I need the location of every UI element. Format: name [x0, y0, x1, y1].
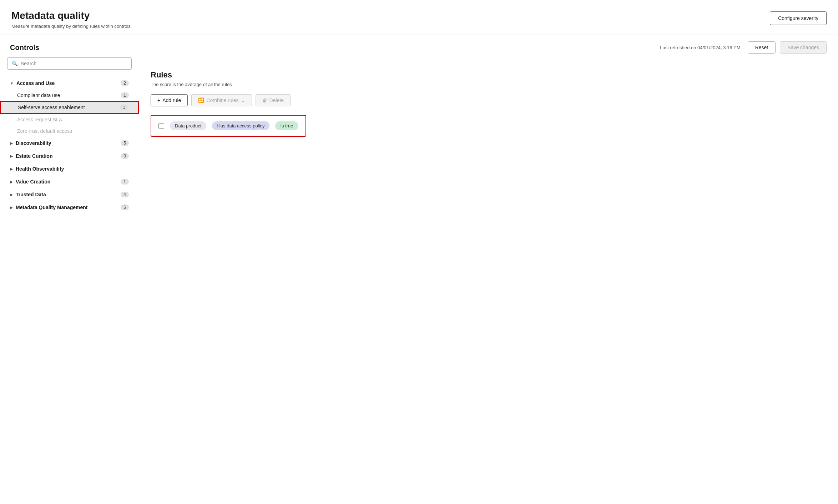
badge-self-serve: 1 [120, 105, 128, 110]
page-title: Metadata quality [11, 10, 131, 21]
badge-access-and-use: 2 [121, 80, 129, 86]
configure-severity-button[interactable]: Configure severity [770, 11, 827, 25]
sidebar-item-self-serve-access[interactable]: Self-serve access enablement 1 [0, 101, 139, 114]
badge-discoverability: 5 [121, 140, 129, 146]
group-label-value-creation: Value Creation [16, 179, 50, 185]
page-header: Metadata quality Measure metadata qualit… [0, 0, 838, 35]
group-label-metadata-quality-mgmt: Metadata Quality Management [16, 205, 88, 210]
badge-metadata-quality-mgmt: 5 [121, 205, 129, 210]
search-icon: 🔍 [12, 61, 18, 66]
badge-compliant-data-use: 1 [121, 92, 129, 98]
chevron-down-icon: ▼ [10, 81, 14, 85]
save-changes-button[interactable]: Save changes [780, 41, 827, 54]
chevron-right-icon-6: ▶ [10, 206, 13, 210]
search-box[interactable]: 🔍 [7, 57, 132, 70]
rules-section: Rules The score is the average of all th… [139, 60, 838, 147]
add-rule-button[interactable]: + Add rule [151, 94, 188, 106]
chevron-down-combine-icon: ⌄ [241, 97, 245, 103]
badge-trusted-data: 4 [121, 192, 129, 197]
main-layout: Controls 🔍 ▼ Access and Use 2 Com [0, 35, 838, 504]
sidebar-heading: Controls [0, 44, 139, 57]
rules-subtitle: The score is the average of all the rule… [151, 82, 827, 87]
rule-row: Data product Has data access policy Is t… [151, 115, 306, 137]
rule-checkbox[interactable] [158, 123, 164, 129]
group-label-access-and-use: Access and Use [16, 80, 55, 86]
badge-value-creation: 1 [121, 179, 129, 185]
search-input[interactable] [21, 61, 127, 66]
reset-button[interactable]: Reset [748, 41, 776, 54]
chevron-right-icon-3: ▶ [10, 167, 13, 171]
sidebar-group-health-observability[interactable]: ▶ Health Observability [0, 162, 139, 175]
sidebar-item-access-request-sla[interactable]: Access request SLA [0, 114, 139, 125]
sidebar-group-metadata-quality-mgmt[interactable]: ▶ Metadata Quality Management 5 [0, 201, 139, 214]
group-label-estate-curation: Estate Curation [16, 153, 52, 159]
sidebar-group-estate-curation[interactable]: ▶ Estate Curation 3 [0, 150, 139, 162]
page-wrapper: Metadata quality Measure metadata qualit… [0, 0, 838, 504]
sidebar-section: ▼ Access and Use 2 Compliant data use 1 … [0, 77, 139, 214]
sidebar-item-compliant-data-use[interactable]: Compliant data use 1 [0, 90, 139, 101]
content-toolbar: Last refreshed on 04/01/2024, 3:16 PM Re… [139, 35, 838, 60]
sidebar-group-discoverability[interactable]: ▶ Discoverability 5 [0, 137, 139, 150]
rules-title: Rules [151, 70, 827, 80]
combine-icon: 🔁 [198, 97, 204, 103]
rule-value-tag: Is true [275, 121, 298, 130]
rules-actions: + Add rule 🔁 Combine rules ⌄ 🗑 Delete [151, 94, 827, 106]
group-label-trusted-data: Trusted Data [16, 192, 46, 197]
trash-icon: 🗑 [262, 97, 267, 103]
rule-attribute-tag: Has data access policy [212, 121, 269, 130]
group-label-health-observability: Health Observability [16, 166, 64, 172]
sidebar-item-zero-trust[interactable]: Zero-trust default access [0, 125, 139, 137]
content-area: Last refreshed on 04/01/2024, 3:16 PM Re… [139, 35, 838, 504]
sidebar-group-value-creation[interactable]: ▶ Value Creation 1 [0, 175, 139, 188]
sidebar-group-access-and-use[interactable]: ▼ Access and Use 2 [0, 77, 139, 90]
combine-rules-button[interactable]: 🔁 Combine rules ⌄ [191, 94, 252, 106]
rule-entity-tag: Data product [170, 121, 206, 130]
sidebar: Controls 🔍 ▼ Access and Use 2 Com [0, 35, 139, 504]
plus-icon: + [157, 97, 160, 103]
last-refreshed-label: Last refreshed on 04/01/2024, 3:16 PM [660, 45, 741, 50]
chevron-right-icon-5: ▶ [10, 193, 13, 197]
page-subtitle: Measure metadata quality by defining rul… [11, 24, 131, 29]
header-text-block: Metadata quality Measure metadata qualit… [11, 10, 131, 29]
group-label-discoverability: Discoverability [16, 140, 51, 146]
chevron-right-icon-2: ▶ [10, 154, 13, 158]
sidebar-group-trusted-data[interactable]: ▶ Trusted Data 4 [0, 188, 139, 201]
chevron-right-icon-4: ▶ [10, 180, 13, 184]
delete-button[interactable]: 🗑 Delete [256, 94, 291, 106]
chevron-right-icon: ▶ [10, 141, 13, 145]
badge-estate-curation: 3 [121, 153, 129, 159]
